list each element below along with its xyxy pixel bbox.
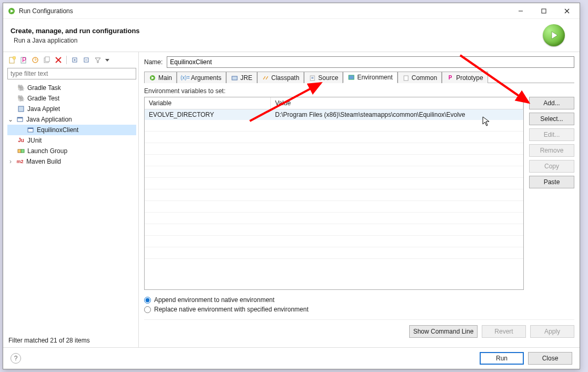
apply-button[interactable]: Apply bbox=[530, 325, 574, 338]
revert-button[interactable]: Revert bbox=[482, 325, 526, 338]
show-command-line-button[interactable]: Show Command Line bbox=[409, 325, 478, 338]
tree-item-equilinox[interactable]: EquilinoxClient bbox=[7, 125, 136, 135]
java-app-icon bbox=[16, 115, 24, 124]
radio-append[interactable]: Append environment to native environment bbox=[144, 295, 574, 305]
tab-common[interactable]: Common bbox=[398, 72, 442, 83]
env-table[interactable]: Variable Value EVOLVE_DIRECTORY D:\Progr… bbox=[144, 97, 524, 290]
svg-rect-37 bbox=[404, 76, 408, 81]
export-icon[interactable] bbox=[31, 55, 40, 65]
tree-item-gradle-test[interactable]: 🐘Gradle Test bbox=[7, 93, 136, 104]
window-title: Run Configurations bbox=[19, 7, 509, 15]
tab-arguments[interactable]: (x)=Arguments bbox=[177, 72, 226, 83]
collapse-all-icon[interactable] bbox=[82, 55, 91, 65]
svg-rect-13 bbox=[45, 57, 49, 62]
svg-marker-21 bbox=[95, 58, 100, 63]
col-header-variable[interactable]: Variable bbox=[145, 97, 271, 109]
tree-item-launch-group[interactable]: Launch Group bbox=[7, 146, 136, 156]
col-header-value[interactable]: Value bbox=[271, 97, 523, 109]
java-app-icon bbox=[26, 126, 35, 134]
arguments-icon: (x)= bbox=[181, 74, 189, 82]
tree-label: Launch Group bbox=[27, 146, 67, 156]
name-label: Name: bbox=[144, 58, 163, 66]
tab-jre[interactable]: JRE bbox=[226, 72, 257, 83]
svg-text:P: P bbox=[22, 56, 26, 64]
tree-item-java-applet[interactable]: Java Applet bbox=[7, 104, 136, 114]
run-config-icon bbox=[7, 7, 16, 15]
tab-label: Common bbox=[412, 74, 438, 82]
help-button[interactable]: ? bbox=[11, 353, 21, 364]
copy-button[interactable]: Copy bbox=[529, 160, 574, 173]
header-title: Create, manage, and run configurations bbox=[11, 27, 543, 35]
radio-replace-input[interactable] bbox=[144, 306, 151, 313]
table-row[interactable]: EVOLVE_DIRECTORY D:\Program Files (x86)\… bbox=[145, 109, 523, 120]
svg-rect-29 bbox=[21, 149, 24, 153]
paste-button[interactable]: Paste bbox=[529, 176, 574, 188]
tree-item-java-application[interactable]: ⌄Java Application bbox=[7, 114, 136, 125]
run-button[interactable]: Run bbox=[480, 352, 524, 365]
filter-dropdown-icon[interactable] bbox=[105, 55, 110, 65]
config-tree[interactable]: 🐘Gradle Task 🐘Gradle Test Java Applet ⌄J… bbox=[7, 82, 136, 334]
run-icon bbox=[543, 24, 565, 46]
config-toolbar: P bbox=[7, 54, 136, 67]
tree-item-maven[interactable]: ›m2Maven Build bbox=[7, 156, 136, 167]
filter-status: Filter matched 21 of 28 items bbox=[7, 334, 136, 344]
dialog-header: Create, manage, and run configurations R… bbox=[3, 19, 580, 52]
tree-label: Gradle Test bbox=[27, 94, 59, 103]
separator bbox=[66, 56, 67, 64]
prototype-icon: P bbox=[447, 74, 454, 82]
applet-icon bbox=[17, 105, 25, 113]
tab-main[interactable]: Main bbox=[144, 72, 177, 83]
titlebar[interactable]: Run Configurations bbox=[3, 3, 580, 19]
remove-button[interactable]: Remove bbox=[529, 144, 574, 157]
filter-icon[interactable] bbox=[93, 55, 103, 65]
radio-label: Append environment to native environment bbox=[154, 296, 275, 304]
svg-rect-27 bbox=[28, 128, 33, 129]
add-button[interactable]: Add... bbox=[529, 97, 574, 109]
tab-label: Prototype bbox=[456, 74, 483, 82]
svg-rect-32 bbox=[232, 76, 237, 80]
name-input[interactable] bbox=[167, 56, 574, 68]
collapse-icon[interactable]: ⌄ bbox=[7, 115, 14, 124]
tab-label: Environment bbox=[357, 74, 392, 81]
source-icon bbox=[309, 74, 316, 82]
maven-icon: m2 bbox=[16, 157, 24, 166]
env-section-label: Environment variables to set: bbox=[144, 87, 574, 95]
launch-group-icon bbox=[17, 147, 25, 155]
edit-button[interactable]: Edit... bbox=[529, 128, 574, 141]
cell-variable: EVOLVE_DIRECTORY bbox=[145, 109, 271, 120]
tab-label: Classpath bbox=[271, 74, 299, 82]
new-config-icon[interactable] bbox=[7, 55, 17, 65]
tree-label: Gradle Task bbox=[27, 83, 61, 93]
close-button[interactable] bbox=[555, 3, 579, 18]
select-button[interactable]: Select... bbox=[529, 113, 574, 125]
tree-item-gradle-task[interactable]: 🐘Gradle Task bbox=[7, 83, 136, 93]
expand-icon[interactable]: › bbox=[7, 157, 14, 166]
tree-label: Java Applet bbox=[27, 104, 60, 114]
filter-input[interactable] bbox=[7, 68, 136, 79]
tab-environment[interactable]: Environment bbox=[343, 72, 397, 83]
cell-value: D:\Program Files (x86)\Steam\steamapps\c… bbox=[271, 109, 523, 120]
jre-icon bbox=[231, 74, 238, 82]
minimize-button[interactable] bbox=[509, 3, 532, 18]
tree-item-junit[interactable]: JuJUnit bbox=[7, 135, 136, 146]
new-prototype-icon[interactable]: P bbox=[19, 55, 28, 65]
environment-icon bbox=[348, 74, 355, 81]
tab-bar: Main (x)=Arguments JRE Classpath Source … bbox=[144, 71, 574, 83]
svg-rect-3 bbox=[542, 9, 546, 13]
tree-label: Java Application bbox=[26, 115, 72, 124]
tab-classpath[interactable]: Classpath bbox=[257, 72, 304, 83]
tab-label: Arguments bbox=[191, 74, 221, 82]
tab-label: Source bbox=[318, 74, 338, 82]
tab-prototype[interactable]: PPrototype bbox=[442, 72, 488, 83]
delete-icon[interactable] bbox=[54, 55, 63, 65]
radio-replace[interactable]: Replace native environment with specifie… bbox=[144, 305, 574, 314]
tree-label: Maven Build bbox=[26, 157, 61, 166]
close-dialog-button[interactable]: Close bbox=[528, 352, 572, 365]
svg-rect-28 bbox=[18, 149, 21, 153]
expand-all-icon[interactable] bbox=[70, 55, 79, 65]
tab-source[interactable]: Source bbox=[304, 72, 343, 83]
svg-marker-22 bbox=[105, 59, 109, 62]
radio-append-input[interactable] bbox=[144, 297, 151, 304]
duplicate-icon[interactable] bbox=[42, 55, 52, 65]
maximize-button[interactable] bbox=[532, 3, 555, 18]
